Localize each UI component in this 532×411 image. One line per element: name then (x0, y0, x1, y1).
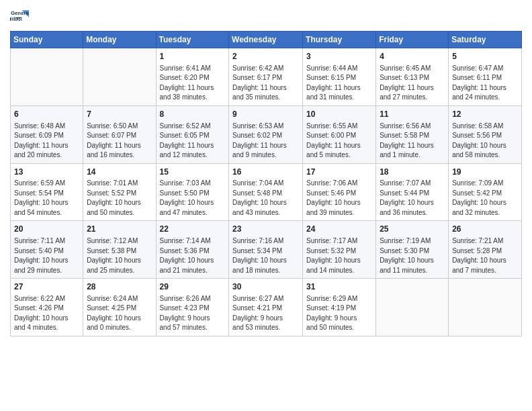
day-info: Sunrise: 7:03 AM Sunset: 5:50 PM Dayligh… (160, 179, 226, 218)
day-number: 11 (380, 109, 445, 120)
day-info: Sunrise: 7:21 AM Sunset: 5:28 PM Dayligh… (452, 236, 518, 275)
calendar-cell: 3Sunrise: 6:44 AM Sunset: 6:15 PM Daylig… (303, 48, 376, 106)
day-info: Sunrise: 6:50 AM Sunset: 6:07 PM Dayligh… (87, 122, 152, 161)
day-info: Sunrise: 6:45 AM Sunset: 6:13 PM Dayligh… (380, 64, 445, 103)
day-info: Sunrise: 6:27 AM Sunset: 4:21 PM Dayligh… (232, 294, 299, 333)
day-info: Sunrise: 6:44 AM Sunset: 6:15 PM Dayligh… (306, 64, 372, 103)
calendar-cell: 17Sunrise: 7:06 AM Sunset: 5:46 PM Dayli… (303, 163, 376, 221)
day-info: Sunrise: 6:41 AM Sunset: 6:20 PM Dayligh… (160, 64, 226, 103)
day-info: Sunrise: 6:52 AM Sunset: 6:05 PM Dayligh… (160, 122, 226, 161)
calendar-cell: 18Sunrise: 7:07 AM Sunset: 5:44 PM Dayli… (376, 163, 449, 221)
calendar-cell: 31Sunrise: 6:29 AM Sunset: 4:19 PM Dayli… (303, 279, 376, 336)
day-info: Sunrise: 6:42 AM Sunset: 6:17 PM Dayligh… (232, 64, 299, 103)
calendar-cell: 19Sunrise: 7:09 AM Sunset: 5:42 PM Dayli… (449, 163, 522, 221)
svg-text:General: General (11, 10, 29, 16)
day-number: 7 (87, 109, 152, 120)
calendar-cell: 25Sunrise: 7:19 AM Sunset: 5:30 PM Dayli… (376, 221, 449, 279)
day-header-sunday: Sunday (11, 32, 83, 48)
day-number: 2 (232, 51, 299, 62)
day-number: 12 (452, 109, 518, 120)
calendar-cell: 9Sunrise: 6:53 AM Sunset: 6:02 PM Daylig… (229, 105, 303, 163)
calendar-cell: 5Sunrise: 6:47 AM Sunset: 6:11 PM Daylig… (449, 48, 522, 106)
day-info: Sunrise: 6:53 AM Sunset: 6:02 PM Dayligh… (232, 122, 299, 161)
day-number: 22 (160, 224, 226, 235)
calendar-cell: 1Sunrise: 6:41 AM Sunset: 6:20 PM Daylig… (156, 48, 229, 106)
logo: General Blue (10, 7, 29, 26)
day-info: Sunrise: 6:58 AM Sunset: 5:56 PM Dayligh… (452, 122, 518, 161)
day-number: 10 (306, 109, 372, 120)
day-info: Sunrise: 6:47 AM Sunset: 6:11 PM Dayligh… (452, 64, 518, 103)
calendar-cell: 30Sunrise: 6:27 AM Sunset: 4:21 PM Dayli… (229, 279, 303, 336)
calendar-cell: 26Sunrise: 7:21 AM Sunset: 5:28 PM Dayli… (449, 221, 522, 279)
logo-icon: General Blue (10, 7, 29, 26)
day-info: Sunrise: 7:16 AM Sunset: 5:34 PM Dayligh… (232, 236, 299, 275)
day-info: Sunrise: 7:17 AM Sunset: 5:32 PM Dayligh… (306, 236, 372, 275)
day-header-friday: Friday (376, 32, 449, 48)
day-number: 18 (380, 167, 445, 178)
day-number: 26 (452, 224, 518, 235)
day-info: Sunrise: 6:24 AM Sunset: 4:25 PM Dayligh… (87, 294, 152, 333)
calendar-cell: 4Sunrise: 6:45 AM Sunset: 6:13 PM Daylig… (376, 48, 449, 106)
day-number: 3 (306, 51, 372, 62)
day-number: 30 (232, 281, 299, 293)
day-info: Sunrise: 6:55 AM Sunset: 6:00 PM Dayligh… (306, 122, 372, 161)
calendar-cell: 13Sunrise: 6:59 AM Sunset: 5:54 PM Dayli… (11, 163, 83, 221)
day-number: 5 (452, 51, 518, 62)
day-header-thursday: Thursday (303, 32, 376, 48)
day-number: 14 (87, 167, 152, 178)
day-info: Sunrise: 6:56 AM Sunset: 5:58 PM Dayligh… (380, 122, 445, 161)
day-info: Sunrise: 6:59 AM Sunset: 5:54 PM Dayligh… (14, 179, 79, 218)
calendar-cell: 15Sunrise: 7:03 AM Sunset: 5:50 PM Dayli… (156, 163, 229, 221)
day-number: 16 (232, 167, 299, 178)
day-info: Sunrise: 6:22 AM Sunset: 4:26 PM Dayligh… (14, 294, 79, 333)
calendar-cell (11, 48, 83, 106)
day-number: 29 (160, 281, 226, 293)
day-info: Sunrise: 7:06 AM Sunset: 5:46 PM Dayligh… (306, 179, 372, 218)
calendar-cell: 22Sunrise: 7:14 AM Sunset: 5:36 PM Dayli… (156, 221, 229, 279)
calendar-cell: 12Sunrise: 6:58 AM Sunset: 5:56 PM Dayli… (449, 105, 522, 163)
day-number: 31 (306, 281, 372, 293)
day-number: 20 (14, 224, 79, 235)
day-info: Sunrise: 7:09 AM Sunset: 5:42 PM Dayligh… (452, 179, 518, 218)
svg-text:Blue: Blue (11, 16, 23, 22)
day-number: 21 (87, 224, 152, 235)
calendar-cell (376, 279, 449, 336)
calendar-cell: 24Sunrise: 7:17 AM Sunset: 5:32 PM Dayli… (303, 221, 376, 279)
day-number: 17 (306, 167, 372, 178)
calendar-cell: 11Sunrise: 6:56 AM Sunset: 5:58 PM Dayli… (376, 105, 449, 163)
day-info: Sunrise: 6:26 AM Sunset: 4:23 PM Dayligh… (160, 294, 226, 333)
day-number: 9 (232, 109, 299, 120)
calendar-cell: 23Sunrise: 7:16 AM Sunset: 5:34 PM Dayli… (229, 221, 303, 279)
day-info: Sunrise: 6:48 AM Sunset: 6:09 PM Dayligh… (14, 122, 79, 161)
day-number: 8 (160, 109, 226, 120)
day-number: 1 (160, 51, 226, 62)
day-number: 25 (380, 224, 445, 235)
calendar-cell: 10Sunrise: 6:55 AM Sunset: 6:00 PM Dayli… (303, 105, 376, 163)
calendar-cell: 16Sunrise: 7:04 AM Sunset: 5:48 PM Dayli… (229, 163, 303, 221)
day-number: 24 (306, 224, 372, 235)
day-info: Sunrise: 7:19 AM Sunset: 5:30 PM Dayligh… (380, 236, 445, 275)
day-number: 4 (380, 51, 445, 62)
calendar-cell: 27Sunrise: 6:22 AM Sunset: 4:26 PM Dayli… (11, 279, 83, 336)
day-number: 15 (160, 167, 226, 178)
calendar-cell: 2Sunrise: 6:42 AM Sunset: 6:17 PM Daylig… (229, 48, 303, 106)
day-header-monday: Monday (83, 32, 156, 48)
day-number: 27 (14, 281, 79, 293)
calendar-cell: 20Sunrise: 7:11 AM Sunset: 5:40 PM Dayli… (11, 221, 83, 279)
day-number: 13 (14, 167, 79, 178)
calendar-cell: 28Sunrise: 6:24 AM Sunset: 4:25 PM Dayli… (83, 279, 156, 336)
calendar-cell: 6Sunrise: 6:48 AM Sunset: 6:09 PM Daylig… (11, 105, 83, 163)
day-info: Sunrise: 7:11 AM Sunset: 5:40 PM Dayligh… (14, 236, 79, 275)
day-info: Sunrise: 7:04 AM Sunset: 5:48 PM Dayligh… (232, 179, 299, 218)
calendar-cell: 29Sunrise: 6:26 AM Sunset: 4:23 PM Dayli… (156, 279, 229, 336)
calendar-cell (83, 48, 156, 106)
calendar-cell: 8Sunrise: 6:52 AM Sunset: 6:05 PM Daylig… (156, 105, 229, 163)
calendar: SundayMondayTuesdayWednesdayThursdayFrid… (10, 31, 522, 336)
day-info: Sunrise: 7:12 AM Sunset: 5:38 PM Dayligh… (87, 236, 152, 275)
calendar-cell: 7Sunrise: 6:50 AM Sunset: 6:07 PM Daylig… (83, 105, 156, 163)
calendar-cell: 14Sunrise: 7:01 AM Sunset: 5:52 PM Dayli… (83, 163, 156, 221)
day-number: 19 (452, 167, 518, 178)
calendar-cell (449, 279, 522, 336)
day-info: Sunrise: 7:01 AM Sunset: 5:52 PM Dayligh… (87, 179, 152, 218)
day-number: 6 (14, 109, 79, 120)
